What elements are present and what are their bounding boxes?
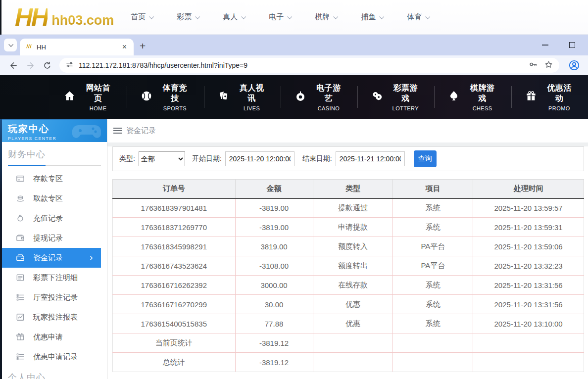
tab-title: HH: [37, 44, 120, 51]
tab-search-button[interactable]: [4, 39, 17, 51]
sidebar: 玩家中心 PLAYERS CENTER 财务中心 存款专区取款专区充值记录提现记…: [2, 119, 107, 379]
table-cell: [313, 353, 393, 372]
cards-icon: [217, 90, 230, 104]
sidebar-item-report-chart[interactable]: 玩家投注报表: [2, 307, 101, 327]
section-underline: [8, 165, 101, 166]
table-cell: 优惠: [313, 314, 393, 333]
sidebar-item-promo-record[interactable]: 优惠申请记录: [2, 347, 101, 367]
table-cell: 优惠: [313, 295, 393, 314]
main-content: 资金记录 类型: 全部 开始日期: 结束日期: 查询 订单号金额类型项目处理时间: [107, 119, 588, 379]
screen: HH hh03.com 首页彩票真人电子棋牌捕鱼体育 HH × +: [0, 0, 588, 379]
logo-hh-text: HH: [15, 4, 48, 30]
end-date-input[interactable]: [336, 151, 405, 166]
hall-bet-icon: [15, 292, 25, 302]
game-nav-item[interactable]: 体育竞技SPORTS: [127, 83, 203, 111]
top-menu-item[interactable]: 真人: [223, 12, 245, 22]
spade-icon: [447, 90, 460, 104]
promo-apply-icon: [15, 332, 25, 342]
table-cell: 2025-11-20 13:59:06: [473, 237, 584, 256]
start-date-label: 开始日期:: [192, 154, 222, 163]
password-key-icon[interactable]: [528, 59, 538, 71]
browser-tab[interactable]: HH ×: [20, 39, 134, 55]
game-nav-title: 体育竞技: [159, 83, 190, 104]
site-logo[interactable]: HH hh03.com: [15, 4, 114, 30]
table-row: 1763618371269770-3819.00申请提款系统2025-11-20…: [113, 218, 584, 237]
window-maximize-button[interactable]: [569, 42, 575, 48]
top-menu-item[interactable]: 棋牌: [315, 12, 337, 22]
sidebar-item-label: 充值记录: [33, 214, 63, 223]
tab-close-icon[interactable]: ×: [120, 43, 129, 51]
sidebar-item-hall-bet[interactable]: 厅室投注记录: [2, 287, 101, 307]
url-bar[interactable]: 112.121.172.181:8783/hhcp/usercenter.htm…: [59, 58, 559, 73]
sidebar-item-label: 提现记录: [33, 234, 63, 243]
table-cell: 1763616716270299: [113, 295, 236, 314]
table-cell: [393, 353, 473, 372]
sidebar-item-recharge-bag[interactable]: 充值记录: [2, 208, 101, 228]
game-nav-subtitle: SPORTS: [159, 105, 190, 111]
table-cell: 提款通过: [313, 198, 393, 218]
sidebar-item-label: 彩票下注明细: [33, 273, 78, 283]
start-date-input[interactable]: [225, 151, 294, 166]
chevron-down-icon: [242, 14, 246, 19]
funds-table: 订单号金额类型项目处理时间 1763618397901481-3819.00提款…: [112, 179, 584, 372]
chevron-down-icon: [288, 14, 293, 19]
table-header-cell: 订单号: [113, 180, 236, 198]
site-info-icon[interactable]: [65, 60, 74, 71]
sidebar-item-lottery-detail[interactable]: 彩票下注明细: [2, 268, 101, 287]
sidebar-item-promo-apply[interactable]: 优惠申请: [2, 327, 101, 347]
game-nav-title: 棋牌游戏: [467, 83, 497, 104]
table-header-cell: 处理时间: [473, 180, 584, 198]
game-nav-item[interactable]: 网站首页HOME: [49, 83, 127, 111]
back-button[interactable]: [7, 59, 20, 72]
game-nav-item[interactable]: 棋牌游戏CHESS: [434, 83, 511, 111]
search-button[interactable]: 查询: [414, 150, 437, 167]
game-nav-subtitle: LOTTERY: [390, 105, 421, 111]
game-nav-item[interactable]: 彩票游戏LOTTERY: [357, 83, 434, 111]
table-cell: 2025-11-20 13:59:31: [473, 218, 584, 237]
table-row: 17636183459982913819.00额度转入PA平台2025-11-2…: [113, 237, 584, 256]
table-header-cell: 类型: [313, 180, 393, 198]
game-nav-title: 电子游艺: [313, 83, 344, 104]
top-menu-item-label: 首页: [131, 12, 146, 22]
workspace: 玩家中心 PLAYERS CENTER 财务中心 存款专区取款专区充值记录提现记…: [0, 119, 588, 379]
sidebar-item-deposit-card[interactable]: 存款专区: [2, 169, 101, 189]
top-menu-item[interactable]: 捕鱼: [361, 12, 383, 22]
table-cell: 申请提款: [313, 218, 393, 237]
top-menu-item[interactable]: 彩票: [177, 12, 199, 22]
new-tab-button[interactable]: +: [140, 41, 146, 51]
table-row: 1763616743523624-3108.00额度转出PA平台2025-11-…: [113, 256, 584, 276]
table-cell: PA平台: [393, 237, 473, 256]
top-menu: 首页彩票真人电子棋牌捕鱼体育: [131, 12, 429, 22]
table-header-cell: 金额: [235, 180, 313, 198]
forward-button[interactable]: [24, 59, 37, 72]
sidebar-item-funds-wallet[interactable]: 资金记录: [2, 248, 101, 268]
table-cell: 额度转出: [313, 256, 393, 276]
finance-section-label: 财务中心: [8, 148, 101, 160]
sidebar-item-withdraw-hand[interactable]: 取款专区: [2, 189, 101, 208]
window-minimize-button[interactable]: [542, 45, 548, 46]
reload-button[interactable]: [41, 59, 53, 72]
game-nav-subtitle: PROMO: [544, 105, 575, 111]
table-cell: 1763618345998291: [113, 237, 236, 256]
top-menu-item[interactable]: 体育: [407, 12, 429, 22]
top-menu-item[interactable]: 首页: [131, 12, 153, 22]
game-nav-item[interactable]: 电子游艺CASINO: [281, 83, 357, 111]
type-select[interactable]: 全部: [139, 151, 185, 166]
table-cell: [393, 333, 473, 353]
menu-toggle-icon[interactable]: [113, 128, 122, 134]
top-menu-item[interactable]: 电子: [269, 12, 291, 22]
game-nav-item[interactable]: 真人视讯LIVES: [204, 83, 281, 111]
bookmark-star-icon[interactable]: [544, 60, 553, 71]
funds-wallet-icon: [15, 253, 25, 263]
table-cell: 额度转入: [313, 237, 393, 256]
profile-avatar-icon[interactable]: [568, 59, 580, 71]
game-nav-subtitle: LIVES: [237, 105, 267, 111]
game-nav-title: 网站首页: [83, 83, 113, 104]
sidebar-item-label: 优惠申请记录: [33, 352, 78, 362]
table-cell: 系统: [393, 314, 473, 333]
sidebar-item-withdraw-record[interactable]: 提现记录: [2, 228, 101, 248]
browser-toolbar: 112.121.172.181:8783/hhcp/usercenter.htm…: [0, 55, 588, 75]
gift-icon: [525, 90, 538, 104]
game-nav-item[interactable]: 优惠活动PROMO: [511, 83, 588, 111]
table-cell: 2025-11-20 13:31:56: [473, 276, 584, 295]
